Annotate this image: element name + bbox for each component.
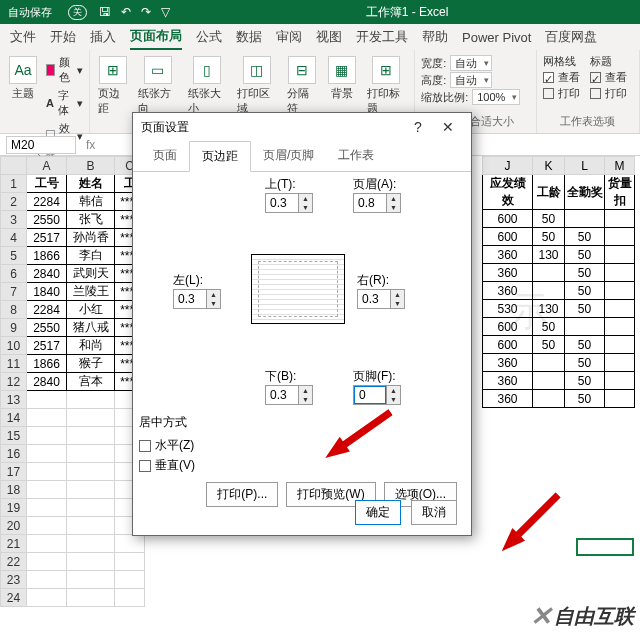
grid-print-checkbox[interactable] — [543, 88, 554, 99]
tab-pagelayout[interactable]: 页面布局 — [130, 24, 182, 50]
tab-home[interactable]: 开始 — [50, 25, 76, 49]
background-icon: ▦ — [328, 56, 356, 84]
size-button[interactable]: ▯纸张大小 — [186, 54, 230, 118]
header-label: 页眉(A): — [353, 177, 396, 191]
breaks-icon: ⊟ — [288, 56, 316, 84]
page-setup-dialog: 页面设置 ? ✕ 页面 页边距 页眉/页脚 工作表 上(T):▲▼ 页眉(A):… — [132, 112, 472, 536]
margin-preview — [251, 254, 345, 324]
fonts-button[interactable]: A字体 ▾ — [46, 88, 83, 118]
printtitles-button[interactable]: ⊞打印标题 — [365, 54, 409, 118]
print-button[interactable]: 打印(P)... — [206, 482, 278, 507]
right-spinner[interactable]: ▲▼ — [357, 289, 405, 309]
center-h-checkbox[interactable] — [139, 440, 151, 452]
background-button[interactable]: ▦背景 — [325, 54, 359, 103]
headings-label: 标题 — [590, 54, 627, 69]
menu-bar: 文件 开始 插入 页面布局 公式 数据 审阅 视图 开发工具 帮助 Power … — [0, 24, 640, 50]
bottom-label: 下(B): — [265, 369, 296, 383]
right-label: 右(R): — [357, 273, 389, 287]
redo-icon[interactable]: ↷ — [141, 5, 151, 19]
printarea-button[interactable]: ◫打印区域 — [235, 54, 279, 118]
cancel-button[interactable]: 取消 — [411, 500, 457, 525]
tab-review[interactable]: 审阅 — [276, 25, 302, 49]
printarea-icon: ◫ — [243, 56, 271, 84]
printtitles-icon: ⊞ — [372, 56, 400, 84]
tab-powerpivot[interactable]: Power Pivot — [462, 27, 531, 48]
tab-view[interactable]: 视图 — [316, 25, 342, 49]
save-icon[interactable]: 🖫 — [99, 5, 111, 19]
filter-icon[interactable]: ▽ — [161, 5, 170, 19]
top-label: 上(T): — [265, 177, 296, 191]
cell-selection — [576, 538, 634, 556]
head-print-checkbox[interactable] — [590, 88, 601, 99]
dlgtab-sheet[interactable]: 工作表 — [326, 141, 386, 171]
fx-icon[interactable]: fx — [86, 138, 95, 152]
footer-spinner[interactable]: ▲▼ — [353, 385, 401, 405]
orientation-button[interactable]: ▭纸张方向 — [136, 54, 180, 118]
dlgtab-page[interactable]: 页面 — [141, 141, 189, 171]
themes-button[interactable]: Aa主题 — [6, 54, 40, 103]
width-combo[interactable]: 自动 — [450, 55, 492, 71]
height-label: 高度: — [421, 73, 446, 88]
tab-data[interactable]: 数据 — [236, 25, 262, 49]
left-label: 左(L): — [173, 273, 203, 287]
colors-button[interactable]: 颜色 ▾ — [46, 55, 83, 85]
dlgtab-margins[interactable]: 页边距 — [189, 141, 251, 172]
top-spinner[interactable]: ▲▼ — [265, 193, 313, 213]
tab-formulas[interactable]: 公式 — [196, 25, 222, 49]
right-columns: JKLM 应发绩效工龄全勤奖货量扣 6005060050503601305036… — [482, 156, 635, 408]
close-icon[interactable]: ✕ — [433, 119, 463, 135]
sheetopt-group-label: 工作表选项 — [543, 114, 633, 129]
grid-view-checkbox[interactable]: ✓ — [543, 72, 554, 83]
document-title: 工作簿1 - Excel — [182, 4, 632, 21]
center-v-checkbox[interactable] — [139, 460, 151, 472]
scale-label: 缩放比例: — [421, 90, 468, 105]
margins-button[interactable]: ⊞页边距 — [96, 54, 130, 118]
height-combo[interactable]: 自动 — [450, 72, 492, 88]
orientation-icon: ▭ — [144, 56, 172, 84]
dialog-tabs: 页面 页边距 页眉/页脚 工作表 — [133, 141, 471, 172]
tab-dev[interactable]: 开发工具 — [356, 25, 408, 49]
ok-button[interactable]: 确定 — [355, 500, 401, 525]
watermark: ✕自由互联 — [530, 601, 634, 632]
help-icon[interactable]: ? — [403, 119, 433, 135]
scale-combo[interactable]: 100% — [472, 89, 520, 105]
breaks-button[interactable]: ⊟分隔符 — [285, 54, 319, 118]
center-title: 居中方式 — [139, 414, 195, 431]
tab-insert[interactable]: 插入 — [90, 25, 116, 49]
footer-label: 页脚(F): — [353, 369, 396, 383]
left-spinner[interactable]: ▲▼ — [173, 289, 221, 309]
size-icon: ▯ — [193, 56, 221, 84]
title-bar: 自动保存 关 🖫 ↶ ↷ ▽ 工作簿1 - Excel — [0, 0, 640, 24]
header-spinner[interactable]: ▲▼ — [353, 193, 401, 213]
tab-file[interactable]: 文件 — [10, 25, 36, 49]
tab-baidu[interactable]: 百度网盘 — [545, 25, 597, 49]
dialog-title: 页面设置 — [141, 119, 403, 136]
gridlines-label: 网格线 — [543, 54, 580, 69]
themes-icon: Aa — [9, 56, 37, 84]
quick-access: 🖫 ↶ ↷ ▽ — [99, 5, 170, 19]
autosave-toggle[interactable]: 关 — [68, 5, 87, 20]
undo-icon[interactable]: ↶ — [121, 5, 131, 19]
name-box[interactable] — [6, 136, 76, 154]
margins-icon: ⊞ — [99, 56, 127, 84]
dlgtab-headerfooter[interactable]: 页眉/页脚 — [251, 141, 326, 171]
autosave-label: 自动保存 — [8, 5, 52, 20]
bottom-spinner[interactable]: ▲▼ — [265, 385, 313, 405]
head-view-checkbox[interactable]: ✓ — [590, 72, 601, 83]
width-label: 宽度: — [421, 56, 446, 71]
tab-help[interactable]: 帮助 — [422, 25, 448, 49]
